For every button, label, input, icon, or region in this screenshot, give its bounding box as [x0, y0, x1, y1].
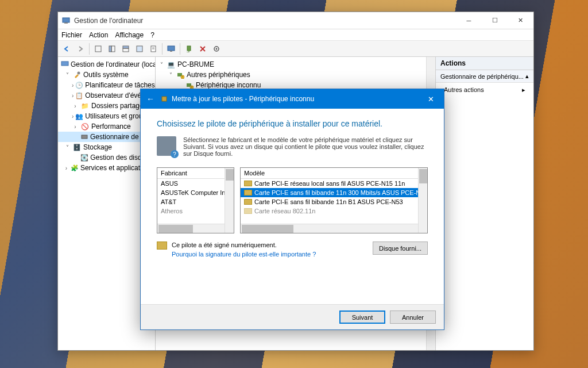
collapse-icon[interactable]: ˅ [64, 144, 71, 151]
svg-rect-2 [95, 46, 101, 52]
manufacturer-listbox[interactable]: Fabricantˆ ASUS ASUSTeK Computer Inc. AT… [157, 167, 234, 233]
forward-button[interactable] [74, 43, 87, 55]
menu-action[interactable]: Action [89, 31, 108, 39]
driver-cert-icon [244, 199, 252, 205]
model-item[interactable]: Carte réseau 802.11n [241, 206, 427, 216]
svg-rect-3 [109, 46, 111, 52]
signature-text: Ce pilote a été signé numériquement. [172, 241, 316, 248]
toolbar-update-button[interactable] [210, 43, 223, 55]
next-button[interactable]: Suivant [339, 310, 385, 324]
toolbar-separator [180, 43, 180, 55]
model-item[interactable]: Carte PCI-E réseau local sans fil ASUS P… [241, 179, 427, 188]
close-button[interactable]: ✕ [508, 12, 533, 29]
other-device-icon: ! [176, 70, 185, 79]
dialog-content: Choisissez le pilote de périphérique à i… [141, 109, 444, 264]
vertical-scrollbar[interactable] [225, 168, 234, 233]
driver-cert-icon [244, 208, 252, 214]
certificate-icon [157, 241, 167, 250]
driver-cert-icon [244, 190, 252, 195]
model-body: Carte PCI-E réseau local sans fil ASUS P… [241, 179, 427, 216]
device-other[interactable]: ˅!Autres périphériques [156, 70, 435, 80]
manufacturer-body: ASUS ASUSTeK Computer Inc. AT&T Atheros [157, 179, 234, 216]
menu-view[interactable]: Affichage [115, 31, 144, 39]
svg-rect-7 [137, 46, 142, 52]
back-button[interactable] [60, 43, 73, 55]
toolbar-monitor-button[interactable] [165, 43, 177, 55]
tree-system-tools[interactable]: ˅ Outils système [58, 70, 155, 80]
actions-category[interactable]: Gestionnaire de périphériqu... ▴ [436, 70, 533, 83]
manufacturer-item[interactable]: ASUS [157, 179, 234, 188]
svg-rect-13 [187, 46, 191, 51]
users-icon: 👥 [75, 112, 83, 121]
minimize-button[interactable]: ─ [456, 12, 482, 29]
chip-icon [160, 95, 168, 103]
dialog-footer: Suivant Annuler [141, 304, 444, 329]
model-item[interactable]: Carte PCI-E sans fil bibande 11n B1 ASUS… [241, 197, 427, 206]
toolbar-view4-button[interactable] [133, 43, 146, 55]
svg-point-17 [78, 72, 80, 75]
toolbar-separator [89, 43, 90, 55]
svg-rect-25 [162, 97, 167, 101]
manufacturer-header: Fabricantˆ [157, 168, 234, 179]
expand-icon[interactable]: › [64, 165, 69, 171]
expand-icon[interactable]: › [72, 103, 79, 109]
perf-icon: 🚫 [80, 122, 90, 131]
model-header: Modèleˆ [241, 168, 427, 179]
vertical-scrollbar[interactable] [418, 168, 427, 233]
toolbar-view3-button[interactable] [119, 43, 132, 55]
expand-icon[interactable]: › [72, 82, 74, 89]
model-item-selected[interactable]: Carte PCI-E sans fil bibande 11n 300 Mbi… [241, 188, 427, 197]
toolbar-view2-button[interactable] [106, 43, 118, 55]
manufacturer-item[interactable]: AT&T [157, 197, 234, 206]
dialog-instruction: Sélectionnez le fabricant et le modèle d… [157, 136, 428, 157]
collapse-icon[interactable]: ˅ [167, 72, 174, 78]
expand-icon[interactable]: › [72, 124, 79, 130]
toolbar-prop-button[interactable] [147, 43, 160, 55]
signature-row: Ce pilote a été signé numériquement. Pou… [157, 241, 428, 259]
svg-rect-4 [111, 46, 115, 52]
clock-icon: 🕒 [75, 80, 83, 90]
dialog-titlebar[interactable]: ← Mettre à jour les pilotes - Périphériq… [141, 89, 444, 109]
tools-icon [72, 70, 82, 79]
actions-header: Actions [436, 57, 533, 70]
manufacturer-item[interactable]: Atheros [157, 206, 234, 216]
svg-text:!: ! [182, 75, 183, 79]
collapse-icon[interactable]: ˅ [158, 62, 165, 68]
signature-help-link[interactable]: Pourquoi la signature du pilote est-elle… [172, 251, 316, 258]
menubar: Fichier Action Affichage ? [58, 29, 533, 41]
chevron-up-icon: ▴ [525, 72, 529, 80]
toolbar-scan-button[interactable] [183, 43, 195, 55]
app-icon [61, 16, 71, 25]
menu-file[interactable]: Fichier [61, 31, 82, 39]
svg-rect-0 [63, 18, 69, 22]
dialog-close-button[interactable]: ✕ [418, 89, 444, 109]
svg-rect-11 [168, 46, 175, 51]
toolbar-delete-button[interactable] [196, 43, 209, 55]
driver-update-dialog: ← Mettre à jour les pilotes - Périphériq… [140, 89, 444, 330]
expand-icon[interactable]: › [72, 113, 74, 120]
expand-icon[interactable]: › [72, 93, 74, 99]
toolbar-view1-button[interactable] [92, 43, 105, 55]
titlebar[interactable]: Gestion de l'ordinateur ─ ☐ ✕ [58, 12, 533, 29]
svg-point-15 [216, 48, 218, 49]
tree-root[interactable]: Gestion de l'ordinateur (local) [58, 59, 155, 70]
computer-icon [61, 60, 69, 69]
manufacturer-item[interactable]: ASUSTeK Computer Inc. [157, 188, 234, 197]
device-root[interactable]: ˅💻PC-BRUME [156, 59, 435, 70]
dialog-back-button[interactable]: ← [141, 89, 160, 109]
folder-icon: 📁 [80, 101, 90, 110]
svg-rect-12 [170, 51, 172, 52]
svg-rect-5 [123, 46, 129, 48]
horizontal-scrollbar[interactable] [157, 224, 225, 233]
model-listbox[interactable]: Modèleˆ Carte PCI-E réseau local sans fi… [240, 167, 428, 233]
device-icon [80, 132, 88, 141]
have-disk-button[interactable]: Disque fourni... [373, 241, 428, 255]
toolbar-separator [162, 43, 163, 55]
maximize-button[interactable]: ☐ [482, 12, 508, 29]
horizontal-scrollbar[interactable] [241, 224, 418, 233]
disk-icon: 💽 [80, 153, 88, 162]
collapse-icon[interactable]: ˅ [64, 72, 71, 78]
actions-more[interactable]: Autres actions ▸ [436, 83, 533, 97]
menu-help[interactable]: ? [150, 31, 154, 39]
cancel-button[interactable]: Annuler [390, 310, 436, 324]
